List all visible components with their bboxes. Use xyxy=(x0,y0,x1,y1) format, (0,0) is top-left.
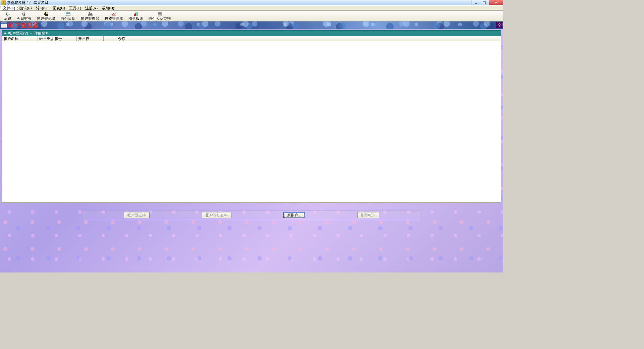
svg-rect-21 xyxy=(158,15,161,16)
close-button[interactable] xyxy=(489,0,503,5)
panel-header-strip: 帐户管理器 ? xyxy=(0,21,503,29)
menu-tools[interactable]: 工具(T) xyxy=(67,6,83,10)
col-account-number[interactable]: 帐号 xyxy=(53,36,77,41)
accounts-icon xyxy=(88,11,93,17)
toolbar-calendar[interactable]: 收付日历 xyxy=(58,11,78,21)
delete-account-button: 删除帐户 xyxy=(357,212,379,218)
toolbar-accounts[interactable]: 帐户管理器 xyxy=(78,11,102,21)
toolbar-invest-label: 投资管理器 xyxy=(105,17,123,20)
svg-rect-13 xyxy=(89,12,90,14)
restore-icon xyxy=(483,1,487,4)
view-toolbar: 帐户显示(V) – 详细资料 xyxy=(2,30,501,36)
menu-chart[interactable]: 图表(C) xyxy=(51,6,67,10)
panel-title: 帐户管理器 xyxy=(8,21,39,29)
toolbar-today-label: 今日财务 xyxy=(17,17,32,20)
menu-edit[interactable]: 编辑(E) xyxy=(17,6,34,10)
svg-rect-19 xyxy=(158,12,161,13)
ledger-button: 帐户登记簿 xyxy=(124,212,150,218)
svg-rect-2 xyxy=(483,2,485,4)
table-data-area[interactable] xyxy=(2,41,501,203)
col-balance[interactable]: 余额 xyxy=(104,36,127,41)
toolbar-today[interactable]: 今日财务 xyxy=(14,11,34,21)
ledger-icon xyxy=(44,11,49,17)
menu-goto[interactable]: 转向(G) xyxy=(34,6,51,10)
col-account-type[interactable]: 帐户类型 xyxy=(38,36,53,41)
restore-button[interactable] xyxy=(480,0,489,5)
toolbar: 后退 今日财务 帐户登记簿 收付日历 帐户管理器 投资管理器 图形报表 xyxy=(0,11,503,21)
svg-point-6 xyxy=(23,13,25,15)
toolbar-payee[interactable]: 收付人及类别 xyxy=(146,11,173,21)
svg-rect-14 xyxy=(91,13,92,14)
toolbar-report[interactable]: 图形报表 xyxy=(126,11,146,21)
minimize-icon xyxy=(474,1,478,4)
toolbar-ledger[interactable]: 帐户登记簿 xyxy=(34,11,58,21)
invest-icon xyxy=(111,11,117,17)
new-account-button[interactable]: 新帐户... xyxy=(283,212,305,218)
toolbar-calendar-label: 收付日历 xyxy=(61,17,75,20)
col-filler xyxy=(127,36,501,41)
menu-register[interactable]: 注册(R) xyxy=(83,6,100,10)
panel-window-icon xyxy=(1,22,7,28)
table-header-row: 帐户名称 帐户类型 帐号 开户行 余额 xyxy=(2,36,501,41)
dropdown-triangle-icon xyxy=(4,33,6,34)
titlebar-left: $ 恭喜我发财.fcf - 恭喜发财 xyxy=(1,0,48,5)
toolbar-report-label: 图形报表 xyxy=(128,17,143,20)
app-icon: $ xyxy=(1,0,6,5)
window-title: 恭喜我发财.fcf - 恭喜发财 xyxy=(7,0,48,5)
back-arrow-icon xyxy=(5,11,10,17)
toolbar-ledger-label: 帐户登记簿 xyxy=(37,17,55,20)
svg-rect-16 xyxy=(134,14,135,16)
bottom-button-panel: 帐户登记簿 帐户详细资料 新帐户... 删除帐户 xyxy=(84,210,419,220)
col-bank[interactable]: 开户行 xyxy=(77,36,104,41)
view-dropdown[interactable]: 帐户显示(V) xyxy=(8,31,28,36)
calendar-icon xyxy=(65,11,71,17)
toolbar-back-label: 后退 xyxy=(4,17,11,20)
eye-icon xyxy=(21,11,27,17)
payee-icon xyxy=(157,11,162,17)
chart-icon xyxy=(133,11,139,17)
svg-rect-17 xyxy=(135,13,136,16)
toolbar-accounts-label: 帐户管理器 xyxy=(81,17,99,20)
menu-file[interactable]: 文件(F) xyxy=(1,6,17,10)
menu-help[interactable]: 帮助(H) xyxy=(100,6,116,10)
details-button: 帐户详细资料 xyxy=(202,212,231,218)
toolbar-payee-label: 收付人及类别 xyxy=(149,17,171,20)
minimize-button[interactable] xyxy=(472,0,480,5)
bottom-bar: 帐户登记簿 帐户详细资料 新帐户... 删除帐户 xyxy=(2,210,501,220)
svg-rect-12 xyxy=(88,14,92,16)
toolbar-invest[interactable]: 投资管理器 xyxy=(102,11,126,21)
svg-rect-18 xyxy=(137,12,138,16)
svg-rect-20 xyxy=(158,14,161,15)
toolbar-back[interactable]: 后退 xyxy=(1,11,14,21)
window-controls xyxy=(472,0,503,5)
col-account-name[interactable]: 帐户名称 xyxy=(2,36,38,41)
window-titlebar: $ 恭喜我发财.fcf - 恭喜发财 xyxy=(0,0,503,5)
menubar: 文件(F) 编辑(E) 转向(G) 图表(C) 工具(T) 注册(R) 帮助(H… xyxy=(0,5,503,11)
detail-label: 详细资料 xyxy=(34,31,49,36)
content-wrap: 帐户显示(V) – 详细资料 帐户名称 帐户类型 帐号 开户行 余额 帐户登记簿… xyxy=(0,29,503,272)
panel-help-button[interactable]: ? xyxy=(496,22,502,28)
svg-rect-9 xyxy=(66,13,70,14)
separator-dash: – xyxy=(30,31,32,35)
close-icon xyxy=(494,1,498,4)
